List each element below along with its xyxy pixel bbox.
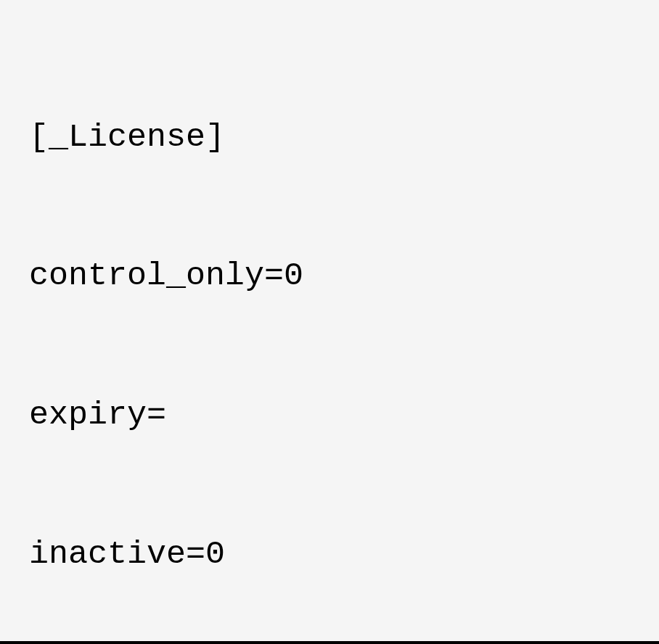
config-value: 0 — [205, 536, 225, 573]
config-line-control-only: control_only=0 — [29, 253, 630, 300]
license-config-block: [_License] control_only=0 expiry= inacti… — [29, 22, 630, 644]
config-key: inactive — [29, 536, 186, 573]
config-line-expiry: expiry= — [29, 392, 630, 439]
section-header: [_License] — [29, 115, 630, 161]
config-key: expiry — [29, 397, 147, 434]
config-key: control_only — [29, 257, 264, 294]
bottom-border — [0, 641, 659, 644]
config-value: 0 — [284, 257, 303, 294]
config-line-inactive: inactive=0 — [29, 532, 630, 578]
